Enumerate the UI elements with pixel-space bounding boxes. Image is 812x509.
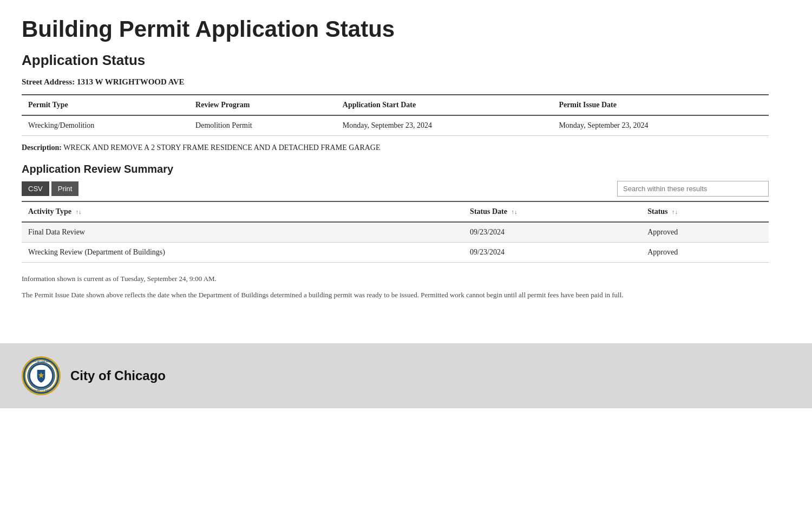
- application-start-date-header: Application Start Date: [336, 95, 553, 115]
- csv-button[interactable]: CSV: [22, 181, 49, 196]
- page-title: Building Permit Application Status: [22, 16, 769, 42]
- permit-type-cell: Wrecking/Demolition: [22, 115, 189, 136]
- activity-type-header: Activity Type ↑↓: [22, 201, 463, 222]
- svg-text:4th MARCH 1837: 4th MARCH 1837: [34, 389, 49, 391]
- svg-text:CITY OF CHICAGO: CITY OF CHICAGO: [31, 360, 51, 363]
- status-header: Status ↑↓: [641, 201, 769, 222]
- permit-type-header: Permit Type: [22, 95, 189, 115]
- section-heading: Application Status: [22, 52, 769, 69]
- status-cell: Approved: [641, 222, 769, 243]
- review-program-header: Review Program: [189, 95, 336, 115]
- application-start-date-cell: Monday, September 23, 2024: [336, 115, 553, 136]
- status-date-cell: 09/23/2024: [463, 222, 641, 243]
- status-sort-icon[interactable]: ↑↓: [672, 208, 678, 215]
- status-date-cell: 09/23/2024: [463, 243, 641, 263]
- activity-type-sort-icon[interactable]: ↑↓: [75, 208, 81, 215]
- activity-type-cell: Final Data Review: [22, 222, 463, 243]
- toolbar-row: CSV Print: [22, 181, 769, 197]
- search-input[interactable]: [617, 181, 769, 197]
- description-value: WRECK AND REMOVE A 2 STORY FRAME RESIDEN…: [63, 143, 380, 152]
- status-cell: Approved: [641, 243, 769, 263]
- city-seal: CITY OF CHICAGO 4th MARCH 1837: [22, 356, 61, 395]
- activity-table: Activity Type ↑↓ Status Date ↑↓ Status ↑…: [22, 201, 769, 263]
- print-button[interactable]: Print: [51, 181, 79, 196]
- info-permit-note: The Permit Issue Date shown above reflec…: [22, 290, 769, 301]
- permit-table: Permit Type Review Program Application S…: [22, 94, 769, 136]
- description-label: Description:: [22, 143, 62, 152]
- table-row: Wrecking/Demolition Demolition Permit Mo…: [22, 115, 769, 136]
- status-date-header: Status Date ↑↓: [463, 201, 641, 222]
- activity-type-cell: Wrecking Review (Department of Buildings…: [22, 243, 463, 263]
- activity-row: Wrecking Review (Department of Buildings…: [22, 243, 769, 263]
- footer: CITY OF CHICAGO 4th MARCH 1837 City of C…: [0, 343, 812, 408]
- footer-city-name: City of Chicago: [70, 368, 166, 383]
- activity-row: Final Data Review 09/23/2024 Approved: [22, 222, 769, 243]
- street-address-label: Street Address:: [22, 77, 75, 86]
- permit-issue-date-header: Permit Issue Date: [552, 95, 769, 115]
- street-address: Street Address: 1313 W WRIGHTWOOD AVE: [22, 77, 769, 87]
- review-summary-title: Application Review Summary: [22, 163, 769, 175]
- status-date-sort-icon[interactable]: ↑↓: [511, 208, 517, 215]
- review-program-cell: Demolition Permit: [189, 115, 336, 136]
- description-row: Description: WRECK AND REMOVE A 2 STORY …: [22, 143, 769, 152]
- info-current-as-of: Information shown is current as of Tuesd…: [22, 273, 769, 284]
- permit-issue-date-cell: Monday, September 23, 2024: [552, 115, 769, 136]
- button-group: CSV Print: [22, 181, 78, 196]
- street-address-value: 1313 W WRIGHTWOOD AVE: [77, 77, 185, 86]
